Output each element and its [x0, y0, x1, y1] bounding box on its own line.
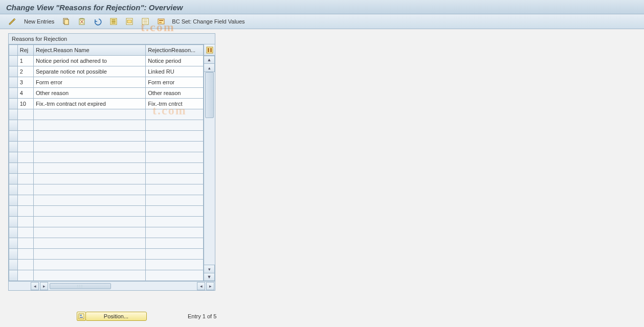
cell-desc[interactable] [146, 270, 204, 281]
undo-button[interactable] [91, 16, 105, 27]
row-selector[interactable] [9, 99, 18, 109]
cell-desc[interactable] [146, 249, 204, 260]
vertical-scrollbar[interactable]: ▲ ▴ ▾ ▼ [204, 56, 215, 281]
row-selector[interactable] [9, 152, 18, 163]
select-block-button[interactable] [122, 16, 137, 27]
cell-desc[interactable] [146, 206, 204, 217]
cell-desc[interactable]: Linked RU [146, 66, 204, 77]
cell-desc[interactable]: Notice period [146, 56, 204, 66]
toggle-change-display-button[interactable] [5, 16, 19, 27]
row-selector[interactable] [9, 66, 18, 77]
cell-name[interactable]: Notice period not adhered to [34, 56, 146, 66]
col-name-header[interactable]: Reject.Reason Name [34, 45, 146, 56]
bcset-button[interactable]: BC Set: Change Field Values [170, 17, 247, 26]
cell-rej[interactable] [17, 249, 33, 260]
col-rej-header[interactable]: Rej [17, 45, 33, 56]
cell-desc[interactable] [146, 260, 204, 270]
col-desc-header[interactable]: RejectionReason... [146, 45, 204, 56]
cell-rej[interactable]: 1 [17, 56, 33, 66]
cell-name[interactable]: Other reason [34, 88, 146, 99]
cell-rej[interactable] [17, 260, 33, 270]
cell-desc[interactable] [146, 131, 204, 142]
select-all-button[interactable] [106, 16, 121, 27]
cell-rej[interactable]: 10 [17, 99, 33, 109]
cell-name[interactable] [34, 120, 146, 131]
cell-name[interactable] [34, 238, 146, 249]
cell-name[interactable] [34, 270, 146, 281]
new-entries-button[interactable]: New Entries [21, 16, 57, 27]
cell-desc[interactable] [146, 142, 204, 152]
cell-rej[interactable]: 2 [17, 66, 33, 77]
row-selector[interactable] [9, 120, 18, 131]
cell-rej[interactable] [17, 227, 33, 238]
cell-rej[interactable] [17, 206, 33, 217]
cell-name[interactable] [34, 131, 146, 142]
row-selector[interactable] [9, 109, 18, 120]
cell-name[interactable]: Fix.-trm contract not expired [34, 99, 146, 109]
table-settings-button[interactable] [204, 44, 215, 56]
cell-desc[interactable] [146, 217, 204, 227]
hscroll-right-icon[interactable]: ◂ [197, 282, 205, 290]
cell-rej[interactable] [17, 184, 33, 195]
row-selector[interactable] [9, 174, 18, 184]
cell-name[interactable]: Separate notice not possible [34, 66, 146, 77]
cell-desc[interactable] [146, 152, 204, 163]
cell-name[interactable] [34, 227, 146, 238]
cell-name[interactable] [34, 152, 146, 163]
cell-rej[interactable] [17, 109, 33, 120]
cell-desc[interactable] [146, 163, 204, 174]
cell-rej[interactable] [17, 142, 33, 152]
row-selector[interactable] [9, 56, 18, 66]
position-button[interactable]: Position... [77, 312, 147, 321]
cell-rej[interactable]: 3 [17, 77, 33, 88]
cell-desc[interactable] [146, 227, 204, 238]
hscroll-last-icon[interactable]: ▸ [206, 282, 214, 290]
cell-rej[interactable] [17, 238, 33, 249]
row-selector[interactable] [9, 195, 18, 206]
cell-desc[interactable] [146, 120, 204, 131]
hscroll-left-icon[interactable]: ▸ [40, 282, 48, 290]
cell-rej[interactable] [17, 131, 33, 142]
row-selector[interactable] [9, 163, 18, 174]
cell-rej[interactable] [17, 152, 33, 163]
deselect-all-button[interactable] [138, 16, 152, 27]
cell-name[interactable] [34, 249, 146, 260]
cell-name[interactable] [34, 184, 146, 195]
scroll-up-icon[interactable]: ▲ [204, 56, 215, 64]
select-all-header[interactable] [9, 45, 18, 56]
cell-desc[interactable] [146, 184, 204, 195]
row-selector[interactable] [9, 206, 18, 217]
cell-rej[interactable] [17, 120, 33, 131]
copy-as-button[interactable] [59, 16, 73, 27]
cell-rej[interactable] [17, 270, 33, 281]
scroll-up-step-icon[interactable]: ▴ [204, 64, 215, 72]
cell-rej[interactable] [17, 163, 33, 174]
cell-name[interactable] [34, 217, 146, 227]
row-selector[interactable] [9, 238, 18, 249]
scroll-down-icon[interactable]: ▼ [204, 273, 215, 281]
row-selector[interactable] [9, 142, 18, 152]
scroll-thumb[interactable] [205, 72, 214, 118]
cell-desc[interactable] [146, 195, 204, 206]
cell-desc[interactable] [146, 174, 204, 184]
scroll-down-step-icon[interactable]: ▾ [204, 265, 215, 273]
cell-rej[interactable]: 4 [17, 88, 33, 99]
delete-button[interactable] [75, 16, 89, 27]
cell-desc[interactable] [146, 109, 204, 120]
row-selector[interactable] [9, 184, 18, 195]
hscroll-thumb[interactable]: ::: [50, 283, 111, 289]
hscroll-first-icon[interactable]: ◂ [31, 282, 39, 290]
cell-name[interactable] [34, 142, 146, 152]
cell-desc[interactable]: Form error [146, 77, 204, 88]
configuration-icon-button[interactable] [154, 16, 168, 27]
row-selector[interactable] [9, 270, 18, 281]
cell-rej[interactable] [17, 174, 33, 184]
row-selector[interactable] [9, 77, 18, 88]
row-selector[interactable] [9, 131, 18, 142]
row-selector[interactable] [9, 227, 18, 238]
cell-name[interactable] [34, 109, 146, 120]
cell-desc[interactable]: Fix.-trm cntrct [146, 99, 204, 109]
row-selector[interactable] [9, 249, 18, 260]
cell-rej[interactable] [17, 195, 33, 206]
horizontal-scrollbar[interactable]: ◂ ▸ ::: ◂ ▸ [9, 281, 215, 290]
